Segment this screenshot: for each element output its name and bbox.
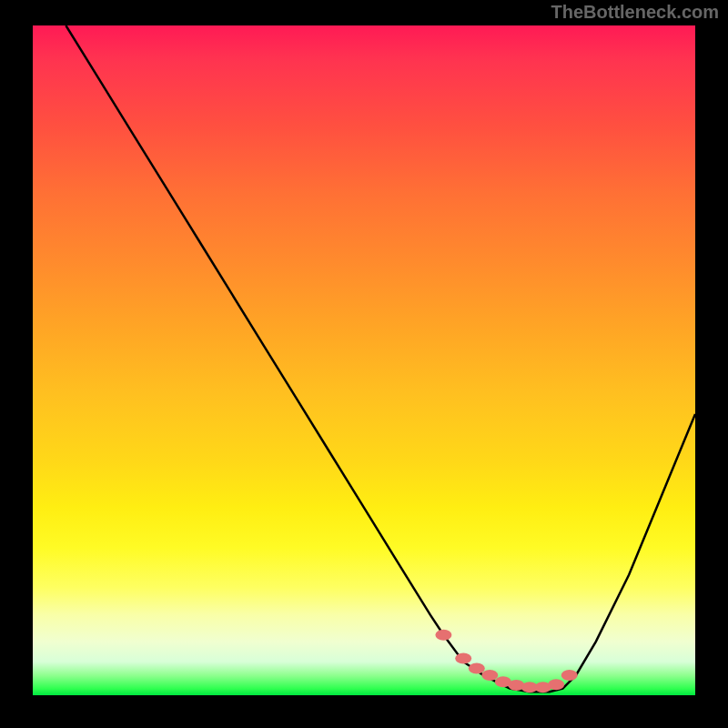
svg-point-8 — [548, 679, 564, 690]
svg-point-1 — [455, 653, 471, 664]
svg-point-3 — [481, 670, 498, 681]
plot-area — [33, 25, 695, 695]
svg-point-9 — [561, 670, 578, 681]
bottleneck-curve — [66, 25, 695, 692]
attribution-text: TheBottleneck.com — [551, 2, 719, 23]
svg-point-0 — [435, 630, 451, 641]
highlight-markers — [435, 630, 577, 693]
chart-container: TheBottleneck.com — [0, 0, 728, 728]
svg-point-2 — [469, 663, 485, 674]
curve-svg — [33, 25, 695, 695]
